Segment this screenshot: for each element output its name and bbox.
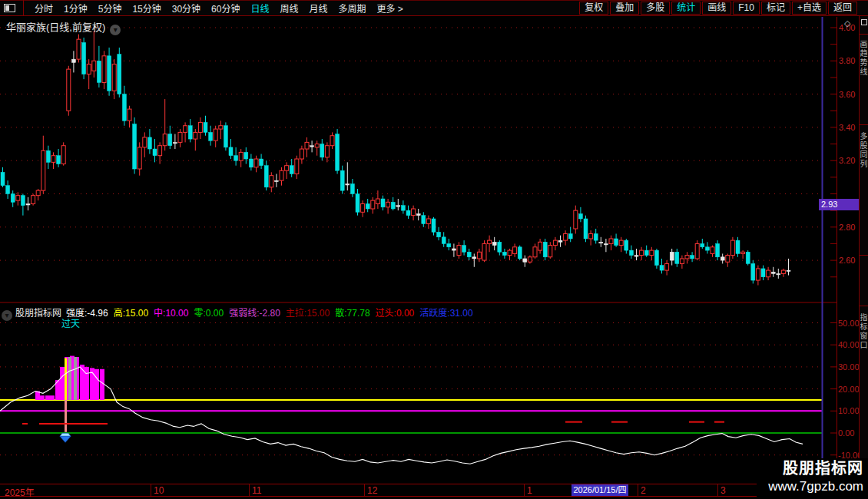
month-divider xyxy=(151,484,151,496)
month-label-2: 2 xyxy=(641,485,646,496)
salmon-drop-line xyxy=(65,400,67,432)
period-item-5分钟[interactable]: 5分钟 xyxy=(98,2,122,15)
param-高: 高:15.00 xyxy=(114,308,148,319)
month-label-11: 11 xyxy=(252,485,261,496)
param-强度: 强度:-4.96 xyxy=(66,308,108,319)
param-零: 零:0.00 xyxy=(194,308,224,319)
watermark: 股朋指标网 www.7gpzb.com xyxy=(757,458,868,499)
sidebar-separator xyxy=(860,124,868,125)
param-中: 中:10.00 xyxy=(154,308,188,319)
chart-title: 华丽家族(日线,前复权)▾ xyxy=(6,19,121,35)
strength-line xyxy=(0,367,803,464)
price-badge: 2.93 xyxy=(819,199,859,210)
window-icon[interactable] xyxy=(861,19,867,25)
sidebar-vertical-label[interactable]: 画趋势线 xyxy=(860,40,868,117)
chevron-down-icon[interactable]: ▾ xyxy=(110,25,121,35)
split-window-icon xyxy=(4,4,15,12)
price-label-3.80: 3.80 xyxy=(839,56,860,65)
param-过头: 过头:0.00 xyxy=(376,308,415,319)
period-item-分时[interactable]: 分时 xyxy=(35,2,53,15)
period-item-多周期[interactable]: 多周期 xyxy=(339,2,366,15)
price-label-2.80: 2.80 xyxy=(839,223,860,232)
axis-ticks xyxy=(6,28,837,487)
action-button-叠加[interactable]: 叠加 xyxy=(610,2,639,15)
price-label-3.20: 3.20 xyxy=(839,156,860,165)
action-button-返回[interactable]: 返回 xyxy=(828,2,857,15)
diamond-marker-icon[interactable]: ◇ xyxy=(844,18,850,28)
top-toolbar: 分时1分钟5分钟15分钟30分钟60分钟日线周线月线多周期更多 > 复权叠加多股… xyxy=(0,0,868,16)
gray-stripe xyxy=(74,357,77,400)
watermark-url: www.7gpzb.com xyxy=(757,478,863,495)
price-label-3.60: 3.60 xyxy=(839,90,860,99)
main-gridlines xyxy=(0,28,823,260)
period-item-月线[interactable]: 月线 xyxy=(310,2,328,15)
param-散: 散:77.78 xyxy=(335,308,369,319)
sidebar-vertical-label[interactable]: 多股同列 xyxy=(860,132,868,209)
window-switch-button[interactable] xyxy=(0,0,24,16)
period-item-30分钟[interactable]: 30分钟 xyxy=(172,2,200,15)
sidebar-separator xyxy=(860,255,868,256)
trading-app-window: 分时1分钟5分钟15分钟30分钟60分钟日线周线月线多周期更多 > 复权叠加多股… xyxy=(0,0,868,499)
action-menu: 复权叠加多股统计画线F10标记+自选返回 xyxy=(579,2,857,15)
indicator-params-row: ▾股朋指标网强度:-4.96高:15.00中:10.00零:0.00强弱线:-2… xyxy=(2,306,479,321)
right-sidebar-strip[interactable]: 画趋势线多股同列指标窗口 xyxy=(859,0,868,499)
price-label-3.40: 3.40 xyxy=(839,123,860,132)
month-divider xyxy=(717,484,718,496)
month-label-10: 10 xyxy=(154,485,164,496)
period-item-15分钟[interactable]: 15分钟 xyxy=(132,2,161,15)
period-item-周线[interactable]: 周线 xyxy=(280,2,298,15)
date-axis[interactable]: 2026/01/15/四 2025年101112123 xyxy=(0,484,837,497)
chart-canvas xyxy=(0,0,868,499)
param-活跃度: 活跃度:31.00 xyxy=(419,308,472,319)
watermark-site-name: 股朋指标网 xyxy=(757,458,863,478)
yellow-stripe xyxy=(65,358,67,400)
sidebar-vertical-label[interactable]: 指标窗口 xyxy=(860,313,868,390)
action-button-标记[interactable]: 标记 xyxy=(761,2,790,15)
action-button-F10[interactable]: F10 xyxy=(733,2,760,15)
param-主拉: 主拉:15.00 xyxy=(286,308,330,319)
red-segments xyxy=(22,422,724,424)
period-item-1分钟[interactable]: 1分钟 xyxy=(64,2,88,15)
month-divider xyxy=(638,484,638,496)
month-label-12: 12 xyxy=(367,485,377,496)
month-label-1: 1 xyxy=(527,485,532,496)
action-button-画线[interactable]: 画线 xyxy=(702,2,731,15)
pane-frame xyxy=(0,17,837,497)
param-强弱线: 强弱线:-2.80 xyxy=(229,308,280,319)
gem-diamond-icon xyxy=(60,433,71,442)
candles-layer xyxy=(1,31,790,285)
period-menu: 分时1分钟5分钟15分钟30分钟60分钟日线周线月线多周期更多 > xyxy=(35,2,403,15)
gray-stripe xyxy=(68,357,71,400)
period-item-更多 >[interactable]: 更多 > xyxy=(377,2,403,15)
action-button-复权[interactable]: 复权 xyxy=(579,2,608,15)
stock-title-text: 华丽家族(日线,前复权) xyxy=(6,21,105,33)
month-divider xyxy=(524,484,525,496)
sidebar-separator xyxy=(860,34,868,35)
crosshair-date-badge: 2026/01/15/四 xyxy=(571,484,628,496)
indicator-values: 强度:-4.96高:15.00中:10.00零:0.00强弱线:-2.80主拉:… xyxy=(66,308,479,319)
action-button-+自选[interactable]: +自选 xyxy=(792,2,827,15)
period-item-日线[interactable]: 日线 xyxy=(250,2,269,15)
action-button-统计[interactable]: 统计 xyxy=(671,2,701,15)
year-label: 2025年 xyxy=(5,485,35,498)
month-divider xyxy=(364,484,365,496)
collapse-indicator-icon[interactable]: ▾ xyxy=(2,310,12,321)
price-label-2.60: 2.60 xyxy=(839,256,860,265)
indicator-gridlines xyxy=(0,323,823,455)
sidebar-separator xyxy=(860,306,868,306)
indicator-source-label: 股朋指标网 xyxy=(15,308,61,319)
period-item-60分钟[interactable]: 60分钟 xyxy=(211,2,240,15)
month-label-3: 3 xyxy=(721,485,726,496)
action-button-多股[interactable]: 多股 xyxy=(641,2,670,15)
month-divider xyxy=(249,484,250,496)
